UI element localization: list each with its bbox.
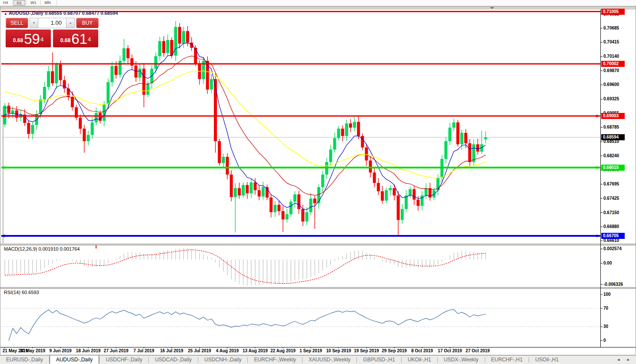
date-label: 27 Oct 2019	[463, 348, 493, 353]
macd-object-marker	[96, 245, 97, 248]
price-axis-label-0.70415: 0.70415	[603, 40, 619, 44]
price-axis-label-0.66610: 0.66610	[603, 238, 619, 243]
price-axis-label-0.68785: 0.68785	[603, 125, 619, 129]
macd-values: 0.001910 0.001764	[38, 246, 80, 251]
date-label: 17 Oct 2019	[435, 348, 465, 353]
toolbar-separator	[40, 0, 41, 5]
price-axis-label-0.66880: 0.66880	[603, 224, 619, 229]
ma-slow-line	[5, 71, 486, 178]
price-tag-0.69003: 0.69003	[601, 113, 625, 119]
chart-tab-ukoil-h1[interactable]: UKOil-,H1	[402, 356, 437, 364]
date-label: 4 Aug 2019	[213, 348, 242, 353]
rsi-name: RSI(14)	[4, 290, 20, 295]
ohlc-close: 0.68594	[100, 10, 118, 16]
price-tag-0.66705: 0.66705	[601, 233, 625, 239]
date-label: 22 Aug 2019	[268, 348, 298, 353]
date-label: 9 Jun 2019	[46, 348, 75, 353]
sell-price-sup: 4	[40, 33, 43, 46]
chart-tab-usdcnh-daily[interactable]: USDCNH-,Daily	[198, 356, 247, 364]
volume-increase-button[interactable]: ▲	[66, 18, 75, 28]
volume-decrease-button[interactable]: ▼	[30, 18, 38, 28]
buy-price-sup: 4	[88, 33, 91, 46]
price-axis-label-0.69600: 0.69600	[603, 82, 619, 87]
date-label: 7 Jul 2019	[129, 348, 159, 353]
price-axis-label-0.67150: 0.67150	[603, 210, 619, 215]
rsi-pane	[1, 308, 600, 341]
chart-tab-xauusd-weekly[interactable]: XAUUSD-,Weekly	[303, 356, 356, 364]
buy-price-big: 61	[71, 32, 87, 46]
price-axis-label-0.70140: 0.70140	[603, 54, 619, 59]
tab-scroll-right-arrow[interactable]: ►	[623, 357, 633, 362]
toolbar-separator	[12, 0, 13, 5]
timeframe-button-H4[interactable]: H4	[0, 0, 11, 6]
rsi-axis-label-30: 30	[603, 324, 608, 329]
chart-tab-usoil-h1[interactable]: USOil-,H1	[529, 356, 565, 364]
candles	[3, 21, 487, 236]
current-price-tag: 0.68594	[601, 134, 625, 140]
chart-tab-audusd-daily[interactable]: AUDUSD-,Daily	[50, 355, 100, 364]
date-label: 25 Jul 2019	[185, 348, 214, 353]
date-label: 10 Sep 2019	[324, 348, 353, 353]
toolbar-separator	[26, 0, 27, 5]
ohlc-open: 0.68555	[45, 10, 62, 16]
chart-tab-usdcad-daily[interactable]: USDCAD-,Daily	[149, 356, 198, 364]
date-label: 19 Sep 2019	[352, 348, 381, 353]
buy-price-box[interactable]: 0.68 61 4	[53, 30, 98, 47]
toolbar-separator	[57, 0, 57, 5]
date-label: 8 Oct 2019	[407, 348, 437, 353]
macd-name: MACD(12,26,9)	[4, 246, 37, 251]
sell-price-box[interactable]: 0.68 59 4	[6, 30, 51, 47]
macd-label: MACD(12,26,9) 0.001910 0.001764	[4, 246, 80, 251]
collapse-icon[interactable]: ▲	[4, 12, 7, 16]
timeframe-button-MN[interactable]: MN	[42, 0, 54, 6]
date-label: 30 May 2019	[18, 348, 47, 353]
ohlc-high: 0.68707	[63, 10, 81, 16]
macd-signal-line	[5, 250, 486, 284]
tab-scroll-left-arrow[interactable]: ◄	[613, 357, 623, 362]
ma-fast-line	[5, 43, 486, 210]
price-axis-label-0.69870: 0.69870	[603, 68, 619, 73]
chart-window: ▲AUDUSD-,Daily0.685550.687070.684770.685…	[0, 6, 636, 355]
price-axis-label-0.70685: 0.70685	[603, 26, 619, 30]
date-label: 27 Jun 2019	[101, 348, 131, 353]
chart-tab-usdx-weekly[interactable]: USDX-,Weekly	[438, 356, 485, 364]
date-label: 16 Jul 2019	[157, 348, 186, 353]
ohlc-low: 0.68477	[82, 10, 100, 16]
chart-tab-bar: EURUSD-,DailyAUDUSD-,DailyUSDCHF-,DailyU…	[0, 355, 636, 364]
volume-input[interactable]: 1.00	[38, 18, 66, 28]
chart-tab-eurchf-h1[interactable]: EURCHF-,H1	[485, 356, 529, 364]
mt4-application: H4D1W1MN ▲AUDUSD-,Daily0.685550.687070.6…	[0, 0, 636, 364]
buy-price-prefix: 0.68	[60, 35, 70, 46]
timeframe-button-W1[interactable]: W1	[27, 0, 40, 6]
price-tag-0.70002: 0.70002	[601, 61, 625, 67]
chart-tab-gbpusd-h1[interactable]: GBPUSD-,H1	[357, 356, 401, 364]
macd-axis-label-0.00: 0.00	[603, 261, 612, 265]
buy-button[interactable]: BUY	[76, 18, 99, 28]
chart-tab-eurchf-weekly[interactable]: EURCHF-,Weekly	[248, 356, 302, 364]
sell-price-prefix: 0.68	[13, 35, 23, 46]
rsi-axis-label-0: 0	[603, 338, 606, 343]
rsi-axis-label-70: 70	[603, 306, 608, 311]
chart-canvas[interactable]	[0, 7, 636, 355]
symbol-name: AUDUSD-,Daily	[9, 10, 43, 16]
timeframe-button-D1[interactable]: D1	[13, 0, 26, 6]
price-tag-0.68015: 0.68015	[601, 165, 625, 171]
rsi-axis-label-100: 100	[603, 292, 611, 297]
chart-tab-eurusd-daily[interactable]: EURUSD-,Daily	[0, 356, 49, 364]
tab-scroll-controls: ◄ ►	[613, 355, 636, 364]
date-label: 18 Jun 2019	[73, 348, 103, 353]
date-label: 13 Aug 2019	[240, 348, 270, 353]
chart-tab-usdchf-daily[interactable]: USDCHF-,Daily	[100, 356, 148, 364]
one-click-trade-panel: SELL ▼ 1.00 ▲ BUY 0.68 59 4 0.68 61 4	[6, 18, 99, 47]
rsi-value: 60.6593	[22, 290, 39, 295]
macd-axis-label-0.002574: 0.002574	[603, 246, 622, 251]
date-label: 29 Sep 2019	[380, 348, 409, 353]
macd-axis-label--0.006326: -0.006326	[603, 282, 623, 287]
rsi-label: RSI(14) 60.6593	[4, 290, 39, 295]
sell-button[interactable]: SELL	[6, 18, 28, 28]
date-label: 1 Sep 2019	[296, 348, 326, 353]
price-tag-0.71005: 0.71005	[601, 9, 625, 15]
price-axis-label-0.69325: 0.69325	[603, 96, 619, 101]
chart-ohlc-title: ▲AUDUSD-,Daily0.685550.687070.684770.685…	[4, 10, 119, 16]
price-axis-label-0.67695: 0.67695	[603, 182, 619, 186]
